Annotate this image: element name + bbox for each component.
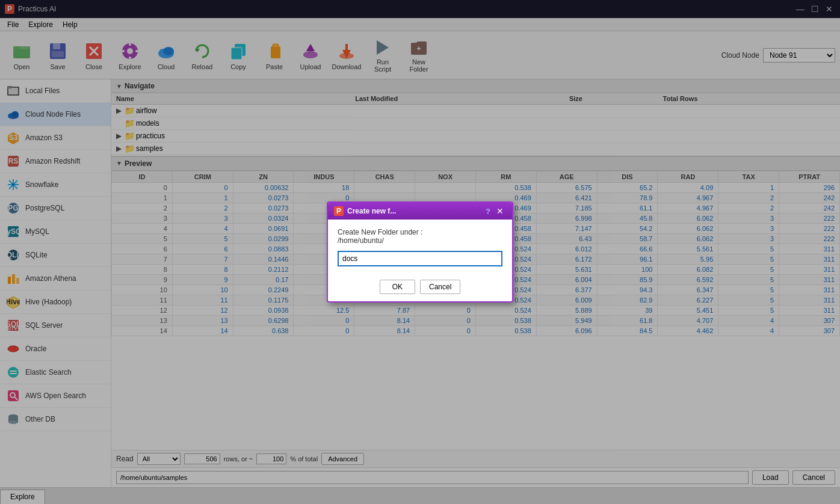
modal-header-left: P Create new f...	[334, 206, 396, 216]
modal-folder-name-input[interactable]	[338, 251, 502, 266]
modal-body-text: Create New Folder under : /home/ubuntu/	[338, 228, 502, 245]
modal-footer: OK Cancel	[328, 275, 512, 301]
modal-logo-icon: P	[334, 206, 344, 216]
modal-cancel-button[interactable]: Cancel	[420, 280, 460, 294]
modal-body: Create New Folder under : /home/ubuntu/	[328, 220, 512, 275]
modal-close-button[interactable]: ✕	[494, 206, 506, 216]
modal-body-path: /home/ubuntu/	[338, 236, 384, 245]
modal-overlay: P Create new f... ? ✕ Create New Folder …	[0, 0, 840, 504]
modal-header: P Create new f... ? ✕	[328, 203, 512, 220]
create-folder-dialog: P Create new f... ? ✕ Create New Folder …	[327, 201, 513, 303]
modal-help-button[interactable]: ?	[486, 207, 490, 216]
modal-title: Create new f...	[347, 207, 396, 215]
modal-ok-button[interactable]: OK	[380, 280, 415, 294]
